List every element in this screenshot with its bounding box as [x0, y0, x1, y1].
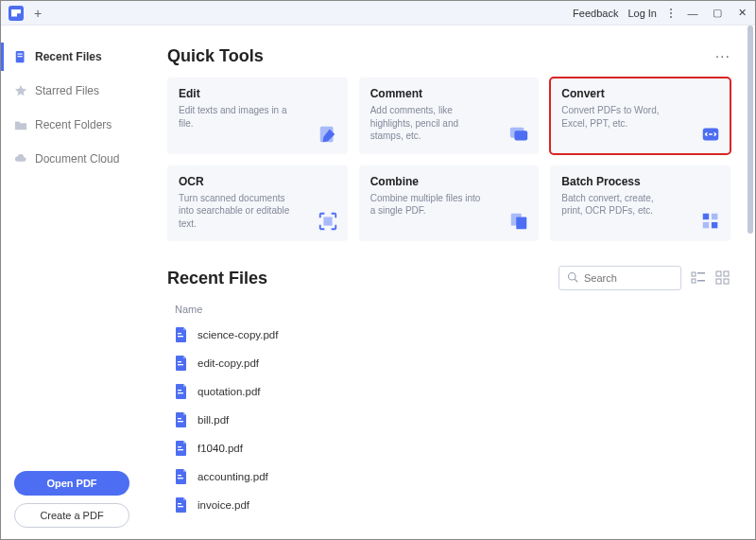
app-logo-icon [9, 6, 24, 21]
svg-rect-17 [697, 272, 705, 274]
svg-rect-33 [178, 449, 183, 450]
pdf-file-icon [175, 327, 188, 342]
pdf-file-icon [175, 384, 188, 399]
quick-tools-heading: Quick Tools [167, 46, 264, 66]
sidebar-item-recent-files[interactable]: Recent Files [1, 43, 143, 71]
more-options-icon[interactable]: ··· [715, 48, 730, 65]
maximize-button[interactable]: ▢ [710, 6, 725, 21]
svg-line-15 [575, 279, 577, 282]
file-name: f1040.pdf [198, 443, 243, 454]
folder-icon [14, 118, 27, 131]
open-pdf-button[interactable]: Open PDF [14, 471, 129, 496]
titlebar: + Feedback Log In — ▢ ✕ [1, 1, 755, 26]
svg-rect-12 [703, 222, 709, 228]
sidebar-item-label: Recent Files [35, 50, 102, 63]
tool-title: Batch Process [561, 175, 719, 188]
svg-rect-20 [716, 271, 721, 276]
pdf-file-icon [175, 469, 188, 484]
column-header-name: Name [167, 300, 730, 321]
file-row[interactable]: bill.pdf [167, 406, 730, 434]
star-icon [14, 84, 27, 97]
login-link[interactable]: Log In [627, 8, 657, 19]
titlebar-right: Feedback Log In — ▢ ✕ [573, 6, 749, 21]
file-row[interactable]: accounting.pdf [167, 462, 730, 491]
sidebar-actions: Open PDF Create a PDF [1, 471, 143, 528]
close-button[interactable]: ✕ [734, 6, 749, 21]
search-icon [567, 270, 578, 287]
tool-title: Edit [179, 87, 336, 100]
tool-desc: Turn scanned documents into searchable o… [179, 192, 292, 231]
tool-desc: Edit texts and images in a file. [179, 104, 292, 130]
batch-icon [700, 211, 721, 232]
edit-icon [318, 124, 338, 145]
recent-toolbar [558, 266, 730, 290]
file-name: quotation.pdf [198, 386, 261, 397]
new-tab-button[interactable]: + [31, 7, 44, 20]
svg-rect-30 [178, 418, 181, 419]
titlebar-left: + [9, 6, 44, 21]
sidebar-item-label: Recent Folders [35, 118, 112, 131]
sidebar-item-document-cloud[interactable]: Document Cloud [1, 145, 143, 173]
svg-rect-9 [517, 217, 527, 229]
kebab-menu-icon[interactable] [666, 9, 676, 18]
tool-card-ocr[interactable]: OCRTurn scanned documents into searchabl… [167, 165, 348, 242]
svg-rect-32 [178, 446, 181, 447]
tool-card-combine[interactable]: CombineCombine multiple files into a sin… [359, 165, 540, 242]
tool-desc: Convert PDFs to Word, Excel, PPT, etc. [561, 104, 675, 130]
svg-rect-22 [716, 279, 721, 284]
sidebar-item-starred-files[interactable]: Starred Files [1, 77, 143, 105]
svg-rect-24 [178, 333, 181, 334]
svg-rect-16 [692, 272, 696, 276]
svg-rect-26 [178, 361, 181, 362]
search-input[interactable] [584, 272, 673, 284]
file-row[interactable]: science-copy.pdf [167, 321, 730, 349]
svg-rect-37 [178, 506, 183, 507]
svg-rect-1 [18, 54, 23, 55]
recent-files-icon [14, 50, 27, 63]
svg-rect-25 [178, 336, 183, 337]
pdf-file-icon [175, 356, 188, 371]
grid-view-icon[interactable] [715, 270, 730, 286]
svg-rect-10 [703, 214, 709, 219]
app-body: Recent Files Starred Files Recent Folder… [1, 26, 755, 539]
sidebar-item-label: Document Cloud [35, 152, 119, 165]
quick-tools-grid: EditEdit texts and images in a file.Comm… [167, 78, 730, 241]
sidebar-item-label: Starred Files [35, 84, 99, 97]
ocr-icon [318, 211, 338, 232]
file-row[interactable]: f1040.pdf [167, 434, 730, 462]
convert-icon [700, 124, 721, 145]
svg-rect-27 [178, 364, 183, 365]
tool-title: Convert [561, 87, 719, 100]
tool-desc: Batch convert, create, print, OCR PDFs, … [561, 192, 675, 218]
recent-file-list: science-copy.pdfedit-copy.pdfquotation.p… [167, 321, 730, 519]
recent-files-heading: Recent Files [167, 269, 267, 288]
sidebar-item-recent-folders[interactable]: Recent Folders [1, 111, 143, 139]
svg-rect-34 [178, 475, 181, 476]
list-view-icon[interactable] [691, 270, 706, 286]
tool-card-comment[interactable]: CommentAdd comments, like highlights, pe… [359, 78, 540, 154]
pdf-file-icon [175, 441, 188, 456]
file-name: edit-copy.pdf [198, 357, 259, 369]
svg-rect-29 [178, 392, 183, 393]
tool-desc: Combine multiple files into a single PDF… [370, 192, 484, 218]
file-row[interactable]: invoice.pdf [167, 491, 730, 519]
minimize-button[interactable]: — [685, 6, 700, 21]
tool-card-edit[interactable]: EditEdit texts and images in a file. [167, 78, 348, 154]
pdf-file-icon [175, 497, 188, 513]
tool-card-convert[interactable]: ConvertConvert PDFs to Word, Excel, PPT,… [550, 78, 730, 154]
tool-desc: Add comments, like highlights, pencil an… [370, 104, 484, 143]
tool-title: OCR [179, 175, 336, 188]
file-row[interactable]: quotation.pdf [167, 377, 730, 406]
svg-rect-28 [178, 390, 181, 391]
file-row[interactable]: edit-copy.pdf [167, 349, 730, 377]
tool-card-batch-process[interactable]: Batch ProcessBatch convert, create, prin… [550, 165, 730, 242]
search-field[interactable] [558, 266, 681, 290]
file-name: science-copy.pdf [198, 329, 278, 340]
cloud-icon [14, 152, 27, 165]
main-content: Quick Tools ··· EditEdit texts and image… [143, 26, 755, 539]
scrollbar[interactable] [747, 26, 753, 234]
svg-point-14 [569, 273, 576, 281]
feedback-link[interactable]: Feedback [573, 8, 618, 19]
svg-rect-2 [18, 56, 23, 57]
create-pdf-button[interactable]: Create a PDF [14, 503, 129, 528]
